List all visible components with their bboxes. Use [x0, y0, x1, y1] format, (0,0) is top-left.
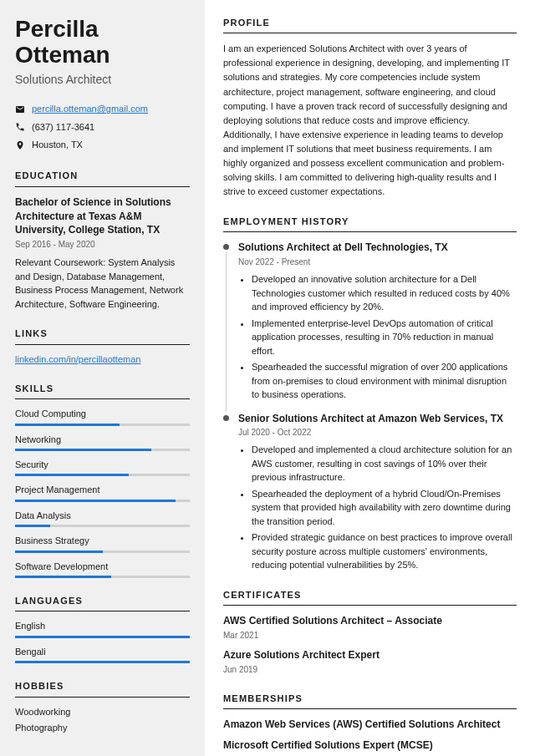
languages-section: LANGUAGES EnglishBengali — [15, 595, 190, 663]
membership-item: Microsoft Certified Solutions Expert (MC… — [223, 738, 517, 753]
section-rule — [223, 605, 517, 606]
section-rule — [223, 33, 517, 33]
skill-item-bar — [15, 500, 190, 502]
email-link[interactable]: percilla.otteman@gmail.com — [32, 103, 148, 115]
job-entry: Senior Solutions Architect at Amazon Web… — [223, 412, 517, 572]
language-item: Bengali — [15, 646, 190, 663]
phone-icon — [15, 122, 25, 132]
person-name: Percilla Otteman — [15, 17, 190, 68]
skills-section: SKILLS Cloud ComputingNetworkingSecurity… — [15, 383, 190, 578]
skill-item-bar — [15, 576, 190, 578]
section-rule — [15, 611, 190, 611]
job-bullets: Developed and implemented a cloud archit… — [238, 443, 517, 572]
section-rule — [15, 398, 190, 399]
skills-heading: SKILLS — [15, 383, 190, 395]
skill-item: Project Management — [15, 484, 190, 501]
employment-heading: EMPLOYMENT HISTORY — [223, 216, 517, 228]
certificate-item: AWS Certified Solutions Architect – Asso… — [223, 614, 517, 642]
job-bullets: Developed an innovative solution archite… — [238, 272, 517, 402]
skill-item: Cloud Computing — [15, 408, 190, 425]
job-bullet: Spearheaded the deployment of a hybrid C… — [252, 487, 517, 529]
skill-item: Data Analysis — [15, 510, 190, 527]
section-rule — [15, 186, 190, 187]
skill-item-label: Data Analysis — [15, 510, 190, 522]
profile-heading: PROFILE — [223, 17, 517, 29]
person-title: Solutions Architect — [15, 72, 190, 89]
section-rule — [223, 708, 517, 709]
skill-item: Software Development — [15, 561, 190, 578]
skill-item-label: Business Strategy — [15, 535, 190, 547]
hobby-item: Woodworking — [15, 706, 190, 718]
skill-item-bar — [15, 424, 190, 426]
contact-phone-row: (637) 117-3641 — [15, 121, 190, 134]
skill-item-bar — [15, 525, 190, 527]
certificate-name: AWS Certified Solutions Architect – Asso… — [223, 614, 517, 628]
hobbies-section: HOBBIES WoodworkingPhotography — [15, 680, 190, 734]
links-section: LINKS linkedin.com/in/percillaotteman — [15, 327, 190, 366]
education-degree: Bachelor of Science in Solutions Archite… — [15, 195, 190, 237]
contact-block: percilla.otteman@gmail.com (637) 117-364… — [15, 103, 190, 151]
certificate-date: Mar 2021 — [223, 630, 517, 642]
job-bullet: Provided strategic guidance on best prac… — [252, 530, 517, 572]
skill-item: Business Strategy — [15, 535, 190, 552]
phone-text: (637) 117-3641 — [32, 121, 94, 134]
section-rule — [15, 697, 190, 698]
skill-item: Networking — [15, 434, 190, 451]
profile-text: I am an experienced Solutions Architect … — [223, 42, 517, 199]
language-item-bar — [15, 636, 190, 638]
linkedin-link[interactable]: linkedin.com/in/percillaotteman — [15, 354, 140, 364]
job-bullet: Implemented enterprise-level DevOps auto… — [252, 317, 517, 358]
certificate-item: Azure Solutions Architect Expert Jun 201… — [223, 648, 517, 676]
job-title: Solutions Architect at Dell Technologies… — [238, 241, 517, 255]
certificate-name: Azure Solutions Architect Expert — [223, 648, 517, 662]
skill-item-label: Networking — [15, 434, 190, 446]
job-title: Senior Solutions Architect at Amazon Web… — [238, 412, 517, 426]
profile-section: PROFILE I am an experienced Solutions Ar… — [223, 17, 517, 199]
education-heading: EDUCATION — [15, 170, 190, 182]
language-item-label: English — [15, 620, 190, 632]
location-text: Houston, TX — [32, 139, 83, 151]
skill-item-label: Project Management — [15, 484, 190, 496]
memberships-section: MEMBERSHIPS Amazon Web Services (AWS) Ce… — [223, 693, 517, 753]
hobby-item: Photography — [15, 722, 190, 734]
skill-item: Security — [15, 459, 190, 476]
certificates-section: CERTIFICATES AWS Certified Solutions Arc… — [223, 589, 517, 676]
job-dates: Jul 2020 - Oct 2022 — [238, 427, 517, 439]
skill-item-bar — [15, 449, 190, 451]
job-bullet: Developed an innovative solution archite… — [252, 272, 517, 314]
job-dates: Nov 2022 - Present — [238, 256, 517, 268]
education-section: EDUCATION Bachelor of Science in Solutio… — [15, 170, 190, 311]
language-item-label: Bengali — [15, 646, 190, 658]
main-content: PROFILE I am an experienced Solutions Ar… — [205, 0, 535, 756]
location-icon — [15, 140, 25, 150]
memberships-heading: MEMBERSHIPS — [223, 693, 517, 705]
skill-item-label: Cloud Computing — [15, 408, 190, 420]
hobbies-heading: HOBBIES — [15, 680, 190, 693]
contact-email-row: percilla.otteman@gmail.com — [15, 103, 190, 115]
skill-item-label: Security — [15, 459, 190, 471]
skill-item-bar — [15, 474, 190, 476]
job-bullet: Spearheaded the successful migration of … — [252, 360, 517, 402]
contact-location-row: Houston, TX — [15, 139, 190, 151]
education-dates: Sep 2016 - May 2020 — [15, 239, 190, 251]
links-heading: LINKS — [15, 327, 190, 340]
languages-heading: LANGUAGES — [15, 595, 190, 607]
section-rule — [15, 344, 190, 345]
certificate-date: Jun 2019 — [223, 664, 517, 676]
skill-item-label: Software Development — [15, 561, 190, 573]
job-bullet: Developed and implemented a cloud archit… — [252, 443, 517, 485]
section-rule — [223, 231, 517, 232]
membership-item: Amazon Web Services (AWS) Certified Solu… — [223, 718, 517, 732]
skill-item-bar — [15, 551, 190, 553]
employment-section: EMPLOYMENT HISTORY Solutions Architect a… — [223, 216, 517, 572]
email-icon — [15, 104, 25, 114]
job-entry: Solutions Architect at Dell Technologies… — [223, 241, 517, 401]
language-item-bar — [15, 661, 190, 663]
education-desc: Relevant Coursework: System Analysis and… — [15, 256, 190, 311]
sidebar: Percilla Otteman Solutions Architect per… — [0, 0, 205, 756]
language-item: English — [15, 620, 190, 637]
certificates-heading: CERTIFICATES — [223, 589, 517, 601]
